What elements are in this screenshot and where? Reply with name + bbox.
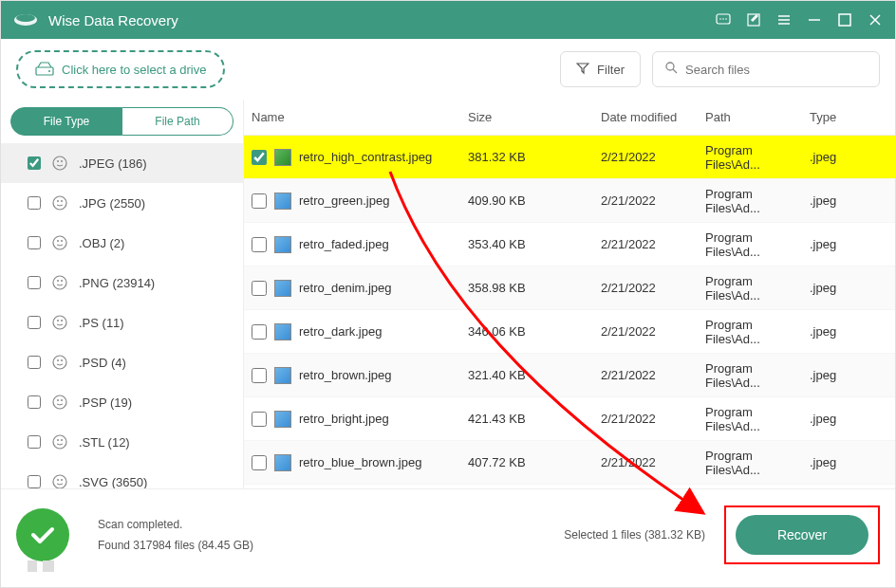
type-label: .PSD (4) [79, 356, 126, 370]
drive-select-button[interactable]: Click here to select a drive [16, 50, 225, 88]
filter-button[interactable]: Filter [560, 51, 641, 87]
app-title: Wise Data Recovery [48, 12, 715, 28]
search-icon [664, 61, 678, 78]
type-checkbox[interactable] [28, 356, 41, 369]
recover-annotation-box: Recover [724, 505, 880, 564]
minimize-icon[interactable] [806, 11, 823, 28]
sidebar-type-item[interactable]: .PNG (23914) [1, 263, 243, 303]
type-label: .OBJ (2) [79, 236, 124, 250]
type-checkbox[interactable] [28, 395, 41, 409]
sidebar-type-item[interactable]: .SVG (3650) [1, 462, 243, 488]
filetype-icon [50, 154, 69, 173]
svg-point-26 [61, 240, 63, 242]
close-icon[interactable] [867, 11, 884, 28]
header-path[interactable]: Path [705, 110, 810, 124]
svg-point-30 [53, 316, 66, 329]
playback-controls [28, 560, 54, 572]
file-date: 2/21/2022 [601, 368, 705, 382]
header-type[interactable]: Type [810, 110, 876, 124]
sidebar-type-item[interactable]: .STL (12) [1, 422, 243, 462]
file-name: retro_green.jpeg [299, 193, 468, 208]
svg-rect-11 [839, 14, 850, 26]
sidebar-type-item[interactable]: .OBJ (2) [1, 223, 243, 263]
svg-point-28 [57, 280, 59, 282]
footer: Scan completed. Found 317984 files (84.4… [1, 488, 895, 579]
type-checkbox[interactable] [28, 156, 41, 170]
image-file-icon [274, 367, 291, 384]
image-file-icon [274, 193, 291, 210]
file-path: Program Files\Ad... [705, 449, 810, 477]
file-row[interactable]: retro_denim.jpeg358.98 KB2/21/2022Progra… [244, 266, 895, 310]
file-row[interactable]: retro_bright.jpeg421.43 KB2/21/2022Progr… [244, 397, 895, 441]
image-file-icon [274, 411, 291, 428]
filetype-icon [50, 273, 69, 292]
header-size[interactable]: Size [468, 110, 601, 124]
type-label: .JPG (2550) [79, 196, 145, 211]
type-label: .PNG (23914) [79, 276, 155, 290]
svg-point-36 [53, 395, 66, 409]
file-name: retro_high_contrast.jpeg [299, 150, 468, 164]
type-checkbox[interactable] [28, 276, 41, 289]
table-header: Name Size Date modified Path Type [244, 100, 895, 136]
file-row[interactable]: retro_brown.jpeg321.40 KB2/21/2022Progra… [244, 354, 895, 397]
sidebar-type-item[interactable]: .JPEG (186) [1, 143, 243, 183]
file-checkbox[interactable] [252, 193, 267, 209]
file-row[interactable]: retro_blue_brown.jpeg407.72 KB2/21/2022P… [244, 441, 895, 485]
stop-icon[interactable] [43, 560, 54, 572]
header-date[interactable]: Date modified [601, 110, 705, 124]
file-date: 2/21/2022 [601, 281, 705, 295]
file-type: .jpeg [810, 368, 876, 382]
sidebar-type-item[interactable]: .PSD (4) [1, 342, 243, 382]
svg-point-25 [57, 240, 59, 242]
maximize-icon[interactable] [836, 11, 853, 28]
svg-point-16 [666, 63, 674, 70]
file-row[interactable]: retro_faded.jpeg353.40 KB2/21/2022Progra… [244, 223, 895, 266]
menu-icon[interactable] [775, 11, 793, 28]
svg-point-41 [61, 439, 63, 441]
recover-button[interactable]: Recover [736, 515, 868, 555]
pause-icon[interactable] [28, 560, 37, 572]
svg-point-19 [57, 160, 59, 162]
file-type: .jpeg [810, 237, 876, 251]
file-checkbox[interactable] [252, 412, 267, 427]
sidebar-type-item[interactable]: .JPG (2550) [1, 183, 243, 223]
svg-point-3 [719, 18, 721, 20]
header-name[interactable]: Name [252, 110, 468, 124]
file-row[interactable]: retro_dark.jpeg346.06 KB2/21/2022Program… [244, 310, 895, 354]
filetype-icon [50, 233, 69, 252]
file-size: 321.40 KB [468, 368, 601, 382]
file-checkbox[interactable] [252, 324, 267, 340]
filetype-icon [50, 193, 69, 212]
sidebar-type-item[interactable]: .PSP (19) [1, 382, 243, 422]
image-file-icon [274, 280, 291, 297]
file-date: 2/21/2022 [601, 412, 705, 426]
file-path: Program Files\Ad... [705, 361, 810, 390]
edit-icon[interactable] [745, 11, 762, 28]
feedback-icon[interactable] [715, 11, 732, 28]
type-label: .STL (12) [79, 435, 130, 450]
type-checkbox[interactable] [28, 475, 41, 488]
file-checkbox[interactable] [252, 368, 267, 383]
file-date: 2/21/2022 [601, 237, 705, 251]
file-row[interactable]: retro_green.jpeg409.90 KB2/21/2022Progra… [244, 179, 895, 223]
file-checkbox[interactable] [252, 455, 267, 470]
type-checkbox[interactable] [28, 236, 41, 249]
type-checkbox[interactable] [28, 196, 41, 210]
drive-select-label: Click here to select a drive [62, 63, 206, 77]
file-checkbox[interactable] [252, 150, 267, 165]
file-checkbox[interactable] [252, 237, 267, 252]
svg-point-24 [53, 236, 66, 249]
type-checkbox[interactable] [28, 435, 41, 449]
table-body: retro_high_contrast.jpeg381.32 KB2/21/20… [244, 136, 895, 488]
tab-file-type[interactable]: File Type [10, 107, 122, 136]
type-checkbox[interactable] [28, 316, 41, 329]
file-checkbox[interactable] [252, 281, 267, 296]
tab-file-path[interactable]: File Path [122, 107, 233, 136]
file-type: .jpeg [810, 281, 876, 295]
file-row[interactable]: retro_high_contrast.jpeg381.32 KB2/21/20… [244, 136, 895, 179]
search-input[interactable] [685, 63, 868, 77]
svg-point-1 [16, 14, 35, 22]
title-bar: Wise Data Recovery [1, 1, 895, 39]
search-box[interactable] [652, 51, 880, 87]
sidebar-type-item[interactable]: .PS (11) [1, 303, 243, 342]
